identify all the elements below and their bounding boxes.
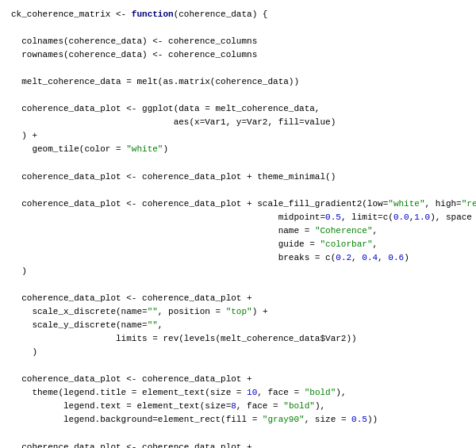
code-line: midpoint=0.5, limit=c(0.0,1.0), space = … xyxy=(11,211,465,224)
code-editor: ck_coherence_matrix <- function(coherenc… xyxy=(0,0,476,448)
code-line: coherence_data_plot <- ggplot(data = mel… xyxy=(11,102,465,116)
code-line: geom_tile(color = "white") xyxy=(11,143,465,156)
code-line: ck_coherence_matrix <- function(coherenc… xyxy=(11,8,465,21)
code-line xyxy=(11,21,465,35)
code-line: name = "Coherence", xyxy=(11,224,465,238)
code-line: legend.text = element_text(size=8, face … xyxy=(11,400,465,413)
code-line: coherence_data_plot <- coherence_data_pl… xyxy=(11,197,465,211)
code-line: ) + xyxy=(11,129,465,143)
code-line: legend.background=element_rect(fill = "g… xyxy=(11,413,465,427)
code-line: colnames(coherence_data) <- coherence_co… xyxy=(11,35,465,48)
code-line: theme(legend.title = element_text(size =… xyxy=(11,386,465,400)
code-line: ) xyxy=(11,346,465,359)
code-line: coherence_data_plot <- coherence_data_pl… xyxy=(11,170,465,184)
code-line xyxy=(11,89,465,102)
code-line: guide = "colorbar", xyxy=(11,238,465,251)
code-line: coherence_data_plot <- coherence_data_pl… xyxy=(11,441,465,449)
code-line: melt_coherence_data = melt(as.matrix(coh… xyxy=(11,75,465,89)
code-line xyxy=(11,157,465,170)
code-line: scale_x_discrete(name="", position = "to… xyxy=(11,305,465,319)
code-line xyxy=(11,62,465,75)
code-line: limits = rev(levels(melt_coherence_data$… xyxy=(11,332,465,346)
code-line: ) xyxy=(11,265,465,278)
code-line: aes(x=Var1, y=Var2, fill=value) xyxy=(11,116,465,129)
code-line xyxy=(11,278,465,292)
code-line: coherence_data_plot <- coherence_data_pl… xyxy=(11,292,465,305)
code-line xyxy=(11,359,465,373)
code-line: coherence_data_plot <- coherence_data_pl… xyxy=(11,373,465,386)
code-line: breaks = c(0.2, 0.4, 0.6) xyxy=(11,251,465,265)
code-line: rownames(coherence_data) <- coherence_co… xyxy=(11,48,465,62)
code-line xyxy=(11,184,465,197)
code-line: scale_y_discrete(name="", xyxy=(11,319,465,332)
code-line xyxy=(11,427,465,440)
